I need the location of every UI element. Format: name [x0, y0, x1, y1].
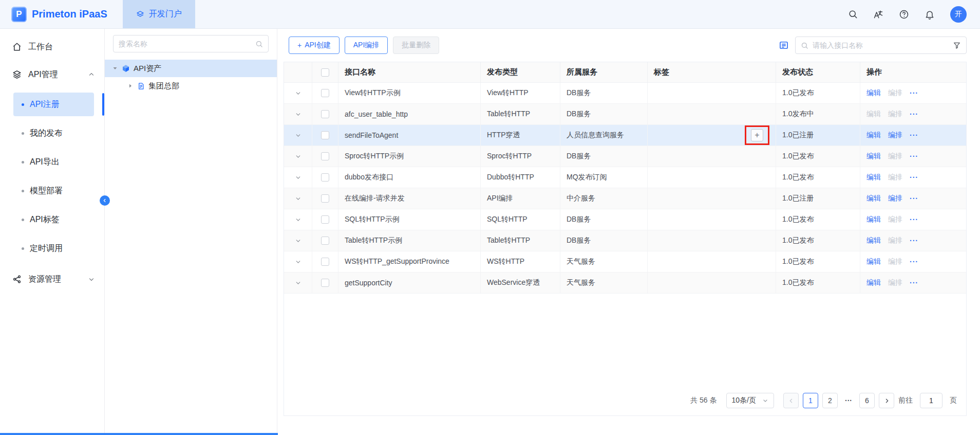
sidebar-item-api-register[interactable]: API注册 — [13, 93, 94, 116]
row-checkbox[interactable] — [321, 194, 329, 203]
tag-cell: + — [648, 104, 776, 124]
orchestrate-link[interactable]: 编排 — [888, 173, 902, 182]
row-checkbox[interactable] — [321, 279, 329, 287]
tree-search-input[interactable] — [119, 40, 255, 48]
prev-page-button[interactable] — [783, 393, 799, 408]
orchestrate-link[interactable]: 编排 — [888, 131, 902, 140]
row-checkbox[interactable] — [321, 173, 329, 182]
row-checkbox[interactable] — [321, 237, 329, 245]
row-expand-chevron-icon[interactable] — [295, 111, 301, 118]
orchestrate-link[interactable]: 编排 — [888, 257, 902, 266]
search-icon[interactable] — [255, 40, 263, 48]
more-actions-link[interactable]: ··· — [910, 279, 918, 287]
page-button-1[interactable]: 1 — [803, 393, 818, 408]
orchestrate-link[interactable]: 编排 — [888, 194, 902, 203]
edit-link[interactable]: 编辑 — [866, 278, 881, 287]
row-expand-chevron-icon[interactable] — [295, 90, 301, 97]
row-checkbox[interactable] — [321, 258, 329, 266]
orchestrate-link[interactable]: 编排 — [888, 88, 902, 98]
edit-link[interactable]: 编辑 — [866, 236, 881, 245]
select-all-checkbox[interactable] — [321, 68, 329, 77]
more-actions-link[interactable]: ··· — [910, 237, 918, 245]
row-expand-chevron-icon[interactable] — [295, 238, 301, 244]
service-cell: 人员信息查询服务 — [560, 125, 648, 146]
more-actions-link[interactable]: ··· — [910, 152, 918, 160]
list-view-icon[interactable] — [779, 40, 789, 50]
sidebar-subitem-label: API导出 — [30, 157, 60, 168]
publish-status-cell: 1.0已发布 — [776, 83, 860, 103]
api-orchestrate-button[interactable]: API编排 — [345, 37, 388, 54]
table-row: Table转HTTP示例 Table转HTTP DB服务 + 1.0已发布 编辑… — [284, 230, 966, 251]
row-expand-chevron-icon[interactable] — [295, 259, 301, 265]
user-avatar[interactable]: 开 — [950, 6, 967, 23]
select-all-cell — [312, 62, 338, 82]
language-icon[interactable] — [873, 9, 883, 20]
sidebar-collapse-button[interactable] — [100, 195, 110, 206]
more-actions-link[interactable]: ··· — [910, 258, 918, 266]
edit-link[interactable]: 编辑 — [866, 215, 881, 224]
edit-link[interactable]: 编辑 — [866, 194, 881, 203]
sidebar-item-api-export[interactable]: API导出 — [13, 150, 94, 174]
row-expand-chevron-icon[interactable] — [295, 174, 301, 181]
sidebar-item-api-tags[interactable]: API标签 — [13, 208, 94, 231]
api-table-body: View转HTTP示例 View转HTTP DB服务 + 1.0已发布 编辑 编… — [284, 83, 966, 294]
column-header-operations: 操作 — [860, 62, 966, 82]
edit-link[interactable]: 编辑 — [866, 88, 881, 98]
orchestrate-link[interactable]: 编排 — [888, 278, 902, 287]
more-actions-link[interactable]: ··· — [910, 110, 918, 118]
row-expand-chevron-icon[interactable] — [295, 153, 301, 160]
add-tag-button[interactable]: + — [751, 129, 763, 141]
sidebar-item-model-deploy[interactable]: 模型部署 — [13, 179, 94, 203]
row-expand-chevron-icon[interactable] — [295, 216, 301, 223]
sidebar-item-my-publications[interactable]: 我的发布 — [13, 121, 94, 145]
orchestrate-link[interactable]: 编排 — [888, 110, 902, 119]
row-checkbox[interactable] — [321, 89, 329, 97]
page-button-6[interactable]: 6 — [859, 393, 875, 408]
orchestrate-link[interactable]: 编排 — [888, 152, 902, 161]
tab-dev-portal[interactable]: 开发门户 — [123, 0, 195, 28]
row-expand-chevron-icon[interactable] — [295, 280, 301, 286]
edit-link[interactable]: 编辑 — [866, 173, 881, 182]
orchestrate-link[interactable]: 编排 — [888, 215, 902, 224]
sidebar-item-scheduled-call[interactable]: 定时调用 — [13, 237, 94, 260]
caret-down-icon[interactable] — [112, 65, 118, 71]
publish-status-cell: 1.0已发布 — [776, 230, 860, 251]
operations-cell: 编辑 编排 ··· — [860, 167, 966, 188]
more-actions-link[interactable]: ··· — [910, 131, 918, 139]
page-ellipsis[interactable]: ··· — [842, 396, 855, 405]
more-actions-link[interactable]: ··· — [910, 89, 918, 97]
tree-node-group-hq[interactable]: 集团总部 — [105, 77, 277, 95]
sidebar-item-resource-management[interactable]: 资源管理 — [0, 265, 104, 293]
page-size-select[interactable]: 10条/页 — [726, 393, 774, 408]
batch-delete-button[interactable]: 批量删除 — [393, 37, 439, 54]
edit-link[interactable]: 编辑 — [866, 131, 881, 140]
more-actions-link[interactable]: ··· — [910, 173, 918, 182]
next-page-button[interactable] — [879, 393, 894, 408]
table-header-row: 接口名称 发布类型 所属服务 标签 发布状态 操作 — [284, 62, 966, 83]
caret-right-icon[interactable] — [127, 83, 134, 89]
search-icon[interactable] — [848, 9, 858, 19]
edit-link[interactable]: 编辑 — [866, 257, 881, 266]
help-icon[interactable] — [899, 9, 909, 20]
goto-page-input[interactable] — [920, 393, 943, 408]
page-button-2[interactable]: 2 — [822, 393, 838, 408]
more-actions-link[interactable]: ··· — [910, 194, 918, 203]
orchestrate-link[interactable]: 编排 — [888, 236, 902, 245]
api-search-input[interactable] — [813, 41, 949, 49]
more-actions-link[interactable]: ··· — [910, 215, 918, 224]
row-checkbox[interactable] — [321, 131, 329, 139]
api-create-button[interactable]: + API创建 — [289, 37, 340, 54]
tree-node-api-assets[interactable]: API资产 — [105, 60, 277, 77]
chevron-right-icon — [883, 397, 890, 404]
sidebar-item-api-management[interactable]: API管理 — [0, 61, 104, 88]
notification-bell-icon[interactable] — [925, 9, 935, 20]
row-checkbox[interactable] — [321, 110, 329, 118]
sidebar-item-workbench[interactable]: 工作台 — [0, 33, 104, 61]
edit-link[interactable]: 编辑 — [866, 152, 881, 161]
row-checkbox[interactable] — [321, 152, 329, 160]
edit-link[interactable]: 编辑 — [866, 110, 881, 119]
row-checkbox[interactable] — [321, 215, 329, 224]
row-expand-chevron-icon[interactable] — [295, 195, 301, 202]
filter-funnel-icon[interactable] — [953, 41, 961, 49]
row-expand-chevron-icon[interactable] — [295, 132, 301, 139]
